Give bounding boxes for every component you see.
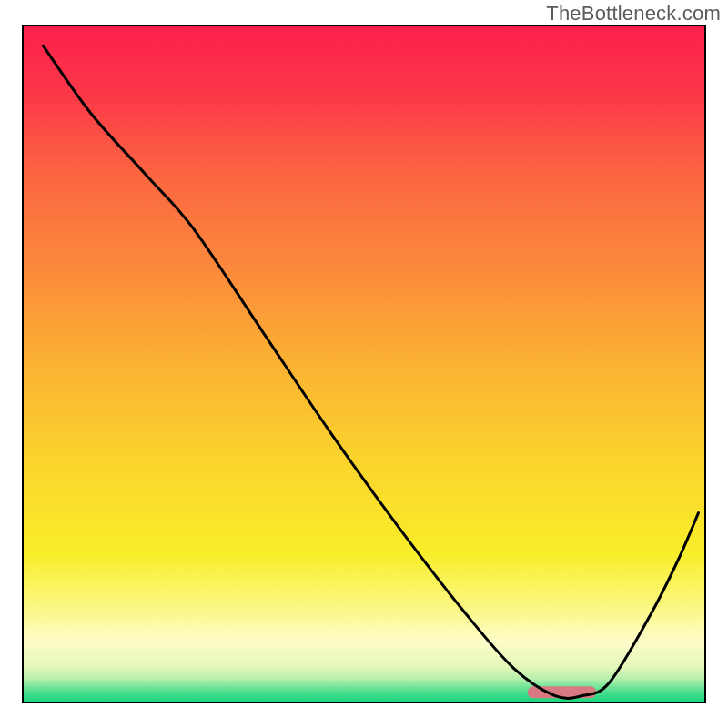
watermark-text: TheBottleneck.com <box>546 2 721 25</box>
chart-container: TheBottleneck.com <box>0 0 728 728</box>
bottleneck-chart <box>0 0 728 728</box>
gradient-background <box>23 25 705 703</box>
